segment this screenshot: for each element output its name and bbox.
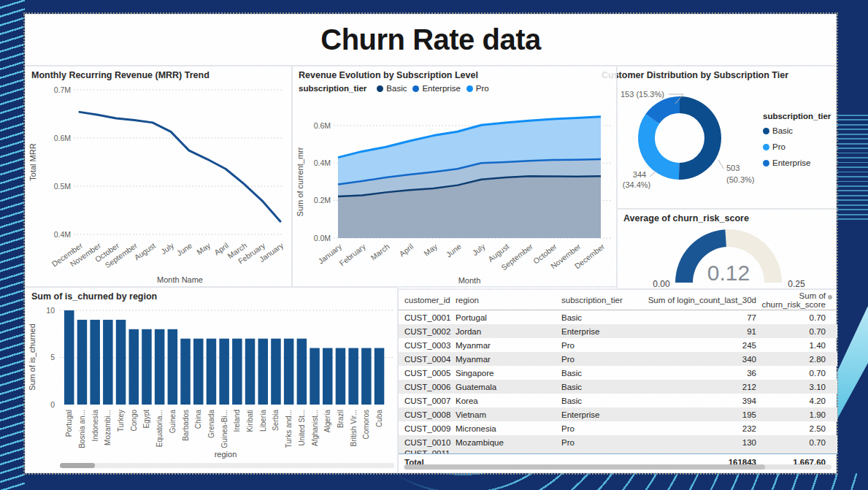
bar-Turkey[interactable] <box>116 320 126 405</box>
bar-Liberia[interactable] <box>258 339 269 405</box>
legend-item-basic[interactable]: Basic <box>377 84 407 93</box>
bar-chart-title: Sum of is_churned by region <box>31 291 157 302</box>
svg-text:Cuba: Cuba <box>375 410 383 427</box>
legend-item-pro[interactable]: Pro <box>763 142 831 151</box>
svg-text:Sum of is_churned: Sum of is_churned <box>28 324 37 391</box>
table-row[interactable]: CUST_0003MyanmarPro2451.40 <box>399 338 837 352</box>
bar-Guinea[interactable] <box>168 329 178 405</box>
legend-item-basic[interactable]: Basic <box>763 126 831 135</box>
customer-table-card[interactable]: customer_idregionsubscription_tierSum of… <box>398 289 837 473</box>
table-row[interactable]: CUST_0006GuatemalaBasic2123.10 <box>399 380 837 394</box>
table-row[interactable]: CUST_0008VietnamEnterprise1951.90 <box>399 407 837 421</box>
legend-item-enterprise[interactable]: Enterprise <box>763 158 831 167</box>
table-row[interactable]: CUST_0007KoreaBasic3944.20 <box>399 394 837 407</box>
cell-text: CUST_0001 <box>404 313 456 322</box>
cell-text: subscription_tier <box>561 296 645 305</box>
table-row[interactable]: CUST_0010MozambiquePro1300.70 <box>399 435 837 449</box>
svg-text:0.2M: 0.2M <box>314 196 331 204</box>
mrr-line-chart[interactable]: 0.7M0.6M0.5M0.4MDecemberNovemberOctoberS… <box>26 66 293 288</box>
legend-item-pro[interactable]: Pro <box>466 84 489 93</box>
region-bar-chart[interactable]: 0510PortugalBosnia an...IndonesiaMozambi… <box>26 288 399 463</box>
cell-numeric: 2.50 <box>756 424 826 433</box>
background-right-strip <box>837 0 868 490</box>
mrr-trend-card[interactable]: Monthly Recurring Revenue (MRR) Trend 0.… <box>25 66 292 287</box>
bar-Mozambi...[interactable] <box>103 320 113 405</box>
cell-numeric: 394 <box>645 397 756 405</box>
bar-Serbia[interactable] <box>271 339 281 405</box>
cell-numeric: 2.80 <box>756 355 826 364</box>
svg-text:0.0M: 0.0M <box>314 234 331 242</box>
svg-text:region: region <box>215 450 237 459</box>
cell-text: Enterprise <box>561 327 645 336</box>
svg-text:153 (15.3%): 153 (15.3%) <box>621 90 664 99</box>
report-canvas: Churn Rate data Monthly Recurring Revenu… <box>25 14 837 473</box>
svg-text:Turks and...: Turks and... <box>285 410 293 448</box>
cell-text: customer_id <box>404 296 456 305</box>
svg-text:Indonesia: Indonesia <box>91 410 99 442</box>
bar-Cuba[interactable] <box>375 348 385 405</box>
svg-text:0.6M: 0.6M <box>54 134 71 142</box>
bar-Algeria[interactable] <box>323 348 333 405</box>
svg-text:Serbia: Serbia <box>272 410 280 431</box>
bar-United St...[interactable] <box>297 339 307 405</box>
bar-Congo[interactable] <box>129 329 139 405</box>
background-cyan-ribbon <box>835 298 868 428</box>
bar-Brazil[interactable] <box>336 348 346 405</box>
churn-gauge-card[interactable]: Average of churn_risk_score 0.120.000.25 <box>617 209 837 289</box>
bar-Equatoria...[interactable] <box>155 329 165 405</box>
table-header-row[interactable]: customer_idregionsubscription_tierSum of… <box>399 290 837 310</box>
svg-text:Total MRR: Total MRR <box>28 143 37 180</box>
table-row[interactable]: CUST_0001PortugalBasic770.70 <box>399 310 837 324</box>
svg-text:0.6M: 0.6M <box>314 121 331 130</box>
bar-China[interactable] <box>193 339 204 405</box>
svg-text:0.12: 0.12 <box>707 261 750 285</box>
table-vscroll-thumb[interactable] <box>828 295 832 299</box>
table-hscrollbar[interactable] <box>404 464 831 470</box>
bar-Turks and...[interactable] <box>284 339 294 405</box>
tier-distribution-card[interactable]: Customer Distribution by Subscription Ti… <box>617 66 837 209</box>
cell-text: Guatemala <box>456 383 561 391</box>
cell-text: Basic <box>561 313 645 322</box>
svg-text:Congo: Congo <box>130 410 138 432</box>
svg-text:Liberia: Liberia <box>259 410 267 432</box>
legend-item-enterprise[interactable]: Enterprise <box>412 84 460 93</box>
revenue-evolution-card[interactable]: Revenue Evolution by Subscription Level … <box>292 66 617 287</box>
cell-text: Pro <box>561 438 645 447</box>
svg-text:0.4M: 0.4M <box>54 230 71 239</box>
table-row[interactable]: CUST_0004MyanmarPro3402.80 <box>399 352 837 366</box>
bar-British Vir...[interactable] <box>348 348 358 405</box>
donut-legend: subscription_tier BasicProEnterprise <box>763 112 831 175</box>
churned-by-region-card[interactable]: Sum of is_churned by region 0510Portugal… <box>25 287 398 473</box>
svg-text:Ireland: Ireland <box>233 410 241 432</box>
table-row[interactable]: CUST_0009MicronesiaPro2322.50 <box>399 421 837 435</box>
svg-text:344: 344 <box>633 170 646 179</box>
svg-text:Guinea: Guinea <box>169 410 177 434</box>
bar-Comoros[interactable] <box>361 348 372 405</box>
bar-Guinea-Bi...[interactable] <box>219 339 229 405</box>
svg-text:July: July <box>470 242 487 257</box>
svg-text:0.25: 0.25 <box>788 279 805 289</box>
svg-text:Portugal: Portugal <box>65 410 73 437</box>
bar-Afghanist...[interactable] <box>310 348 320 405</box>
bar-Barbados[interactable] <box>180 339 190 405</box>
bar-Ireland[interactable] <box>232 339 242 405</box>
table-row[interactable]: CUST_0005SingaporeBasic360.70 <box>399 366 837 380</box>
revenue-area-chart[interactable]: 0.0M0.2M0.4M0.6MJanuaryFebruaryMarchApri… <box>293 66 618 288</box>
svg-text:Brazil: Brazil <box>337 410 345 428</box>
bar-Grenada[interactable] <box>207 339 217 405</box>
bar-chart-hscroll-thumb[interactable] <box>60 463 95 468</box>
bar-Kiribati[interactable] <box>245 339 256 405</box>
cell-numeric: Sum of churn_risk_score <box>756 291 826 309</box>
bar-Portugal[interactable] <box>64 310 74 405</box>
table-row[interactable]: CUST_0002JordanEnterprise910.70 <box>399 324 837 338</box>
table-hscroll-thumb[interactable] <box>404 464 765 470</box>
svg-text:February: February <box>337 242 367 268</box>
bar-chart-hscrollbar[interactable] <box>60 463 394 468</box>
bar-Bosnia an...[interactable] <box>77 320 88 405</box>
svg-text:Bosnia an...: Bosnia an... <box>78 410 86 448</box>
svg-text:Turkey: Turkey <box>117 410 125 432</box>
bar-Egypt[interactable] <box>142 329 152 405</box>
svg-text:5: 5 <box>50 353 55 361</box>
customer-table: customer_idregionsubscription_tierSum of… <box>399 290 837 474</box>
bar-Indonesia[interactable] <box>90 320 99 405</box>
